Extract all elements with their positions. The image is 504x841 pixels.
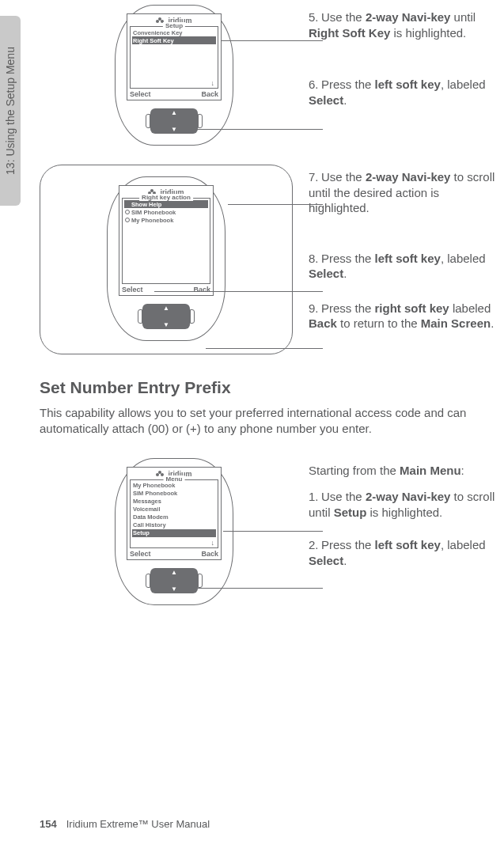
left-soft-key-label[interactable]: Select <box>130 550 151 558</box>
scroll-down-arrow-icon: ↓ <box>211 80 215 87</box>
menu-item[interactable]: Messages <box>132 498 216 506</box>
menu-item[interactable]: Call History <box>132 521 216 529</box>
screen-title: Right key action <box>139 194 193 201</box>
page-footer: 154Iridium Extreme™ User Manual <box>40 818 210 830</box>
menu-item[interactable]: SIM Phonebook <box>132 490 216 498</box>
phone-illustration-3: iridium Menu My PhonebookSIM PhonebookMe… <box>115 458 233 605</box>
radio-icon <box>125 210 130 214</box>
phone-screen: iridium Right key action Show HelpSIM Ph… <box>119 185 214 296</box>
nav-pad[interactable] <box>150 568 198 593</box>
radio-icon <box>125 218 130 222</box>
step-2: 2.Press the left soft key, labeled Selec… <box>309 537 498 568</box>
menu-item[interactable]: Data Modem <box>132 513 216 521</box>
intro-line: Starting from the Main Menu: <box>309 463 498 479</box>
side-tab-label: 13: Using the Setup Menu <box>4 47 17 175</box>
phone-screen: iridium Menu My PhonebookSIM PhonebookMe… <box>127 467 222 560</box>
radio-option[interactable]: Show Help <box>124 200 208 208</box>
menu-item[interactable]: Setup <box>132 529 216 537</box>
callout-frame: iridium Right key action Show HelpSIM Ph… <box>40 165 293 354</box>
radio-label: My Phonebook <box>131 217 173 224</box>
manual-title: Iridium Extreme™ User Manual <box>66 818 210 830</box>
menu-item[interactable]: Voicemail <box>132 506 216 513</box>
left-soft-key-label[interactable]: Select <box>130 90 151 98</box>
phone-illustration-1: iridium Setup Convenience KeyRight Soft … <box>115 5 233 146</box>
radio-option[interactable]: My Phonebook <box>124 216 208 224</box>
screen-title: Setup <box>163 22 185 29</box>
section-title: Set Number Entry Prefix <box>40 378 498 397</box>
radio-label: Show Help <box>131 201 161 208</box>
section-body: This capability allows you to set your p… <box>40 405 498 438</box>
side-tab: 13: Using the Setup Menu <box>0 16 21 206</box>
phone-illustration-2: iridium Right key action Show HelpSIM Ph… <box>107 176 225 341</box>
step-8: 8.Press the left soft key, labeled Selec… <box>309 251 498 282</box>
radio-label: SIM Phonebook <box>131 209 176 216</box>
step-7: 7.Use the 2-way Navi-key to scroll until… <box>309 169 498 216</box>
menu-item[interactable]: Convenience Key <box>132 28 216 36</box>
right-soft-key-label[interactable]: Back <box>193 286 210 294</box>
phone-screen: iridium Setup Convenience KeyRight Soft … <box>127 13 222 100</box>
screen-title: Menu <box>164 475 185 483</box>
menu-item[interactable]: Right Soft Key <box>132 36 216 44</box>
step-1: 1.Use the 2-way Navi-key to scroll until… <box>309 489 498 520</box>
step-9: 9.Press the right soft key labeled Back … <box>309 301 498 331</box>
step-5: 5.Use the 2-way Navi-key until Right Sof… <box>309 9 498 40</box>
scroll-down-arrow-icon: ↓ <box>211 540 215 547</box>
nav-pad[interactable] <box>142 304 190 329</box>
step-6: 6.Press the left soft key, labeled Selec… <box>309 77 498 108</box>
right-soft-key-label[interactable]: Back <box>201 90 218 98</box>
right-soft-key-label[interactable]: Back <box>201 550 218 558</box>
page-number: 154 <box>40 818 57 830</box>
menu-item[interactable]: My Phonebook <box>132 482 216 490</box>
left-soft-key-label[interactable]: Select <box>122 286 143 294</box>
nav-pad[interactable] <box>150 108 198 134</box>
radio-icon <box>125 202 130 206</box>
radio-option[interactable]: SIM Phonebook <box>124 208 208 216</box>
